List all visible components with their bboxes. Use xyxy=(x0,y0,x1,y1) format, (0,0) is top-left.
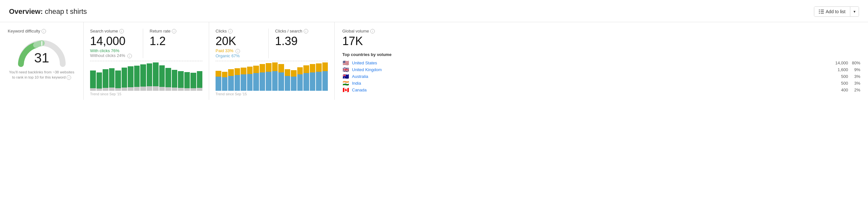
add-to-list-main[interactable]: Add to list xyxy=(814,7,850,17)
clicks-bar-chart: Trend since Sep '15 xyxy=(216,61,328,96)
country-name[interactable]: Canada xyxy=(352,88,831,92)
gv-label: Global volume i xyxy=(342,29,860,33)
clicks-bar-blue xyxy=(297,75,303,90)
clicks-bar-blue xyxy=(216,77,221,91)
sv-bar-group xyxy=(122,67,127,90)
clicks-trend-label: Trend since Sep '15 xyxy=(216,92,328,96)
sv-bar-gray xyxy=(115,88,121,91)
sv-bar-gray xyxy=(197,88,203,91)
sv-bar-green xyxy=(103,69,108,88)
sv-bar-group xyxy=(147,63,153,91)
sv-bar-gray xyxy=(147,86,153,91)
clicks-bar-blue xyxy=(303,73,309,90)
clicks-bar-yellow xyxy=(316,63,322,72)
country-name[interactable]: India xyxy=(352,81,831,86)
header: Overview: cheap t shirts Add to list ▾ xyxy=(0,0,868,22)
country-name[interactable]: United States xyxy=(352,60,831,65)
clicks-bar-yellow xyxy=(247,67,253,74)
clicks-bar-yellow xyxy=(253,66,259,73)
country-pct: 3% xyxy=(850,81,860,86)
sv-bar-green xyxy=(197,71,203,88)
country-row: 🇨🇦 Canada 400 2% xyxy=(342,87,860,93)
clicks-bar-blue xyxy=(291,77,297,91)
sv-bar-group xyxy=(165,68,171,90)
clicks-bar-yellow xyxy=(222,72,228,77)
sv-label: Search volume i xyxy=(90,29,143,33)
dropdown-arrow[interactable]: ▾ xyxy=(850,7,859,16)
clicks-bar-blue xyxy=(278,72,284,91)
clicks-bar-group xyxy=(216,71,221,91)
cps-info-icon[interactable]: i xyxy=(304,29,308,33)
gv-info-icon[interactable]: i xyxy=(370,29,375,33)
clicks-bar-yellow xyxy=(216,71,221,77)
sv-bar-gray xyxy=(103,88,108,91)
sv-bar-group xyxy=(159,65,165,91)
sv-bar-green xyxy=(96,72,102,88)
sv-bar-gray xyxy=(128,87,133,91)
clicks-metric: Clicks i 20K Paid 33% i Organic 67% xyxy=(216,29,268,58)
clicks-bar-blue xyxy=(247,74,253,91)
sv-bar-green xyxy=(190,73,196,88)
sv-bar-group xyxy=(184,72,190,90)
sv-info-icon[interactable]: i xyxy=(119,29,124,33)
clicks-bar-group xyxy=(310,64,316,90)
sv-bar-green xyxy=(122,67,127,87)
organic-label: Organic 67% xyxy=(216,53,268,58)
country-name[interactable]: Australia xyxy=(352,74,831,79)
page-title: Overview: cheap t shirts xyxy=(9,7,87,16)
clicks-label: Clicks i xyxy=(216,29,268,33)
clicks-bar-blue xyxy=(266,72,272,91)
list-icon xyxy=(819,9,824,14)
clicks-bar-blue xyxy=(322,71,328,90)
sv-bar-gray xyxy=(172,88,178,91)
clicks-bar-yellow xyxy=(291,70,297,77)
kd-info-icon[interactable]: i xyxy=(41,29,46,33)
page: Overview: cheap t shirts Add to list ▾ K… xyxy=(0,0,868,206)
clicks-bar-yellow xyxy=(285,69,290,76)
gauge-chart: 31 xyxy=(16,37,68,66)
add-to-list-button[interactable]: Add to list ▾ xyxy=(814,6,859,17)
clicks-bar-group xyxy=(322,62,328,90)
sv-bar-green xyxy=(153,62,159,86)
country-pct: 80% xyxy=(850,60,860,65)
clicks-bar-group xyxy=(241,67,246,91)
clicks-bar-group xyxy=(285,69,290,91)
sv-bar-chart: Trend since Sep '15 xyxy=(90,61,203,96)
sv-bar-group xyxy=(172,70,178,90)
clicks-bar-yellow xyxy=(241,67,246,75)
clicks-bar-group xyxy=(260,64,266,90)
country-name[interactable]: United Kingdom xyxy=(352,67,831,72)
country-flag: 🇦🇺 xyxy=(342,74,349,79)
clicks-dashed-line xyxy=(216,61,328,61)
clicks-bars xyxy=(216,62,328,91)
clicks-bar-blue xyxy=(253,73,259,90)
cps-label: Clicks / search i xyxy=(275,29,328,33)
sv-bar-gray xyxy=(178,88,184,91)
clicks-bar-yellow xyxy=(272,62,278,71)
clicks-info-icon[interactable]: i xyxy=(228,29,232,33)
wc-info-icon[interactable]: i xyxy=(127,54,132,58)
global-volume-panel: Global volume i 17K Top countries by vol… xyxy=(335,22,868,100)
country-row: 🇺🇸 United States 14,000 80% xyxy=(342,60,860,66)
paid-info-icon[interactable]: i xyxy=(236,49,240,53)
country-volume: 400 xyxy=(834,88,848,92)
clicks-bar-group xyxy=(228,69,234,90)
sv-bar-green xyxy=(140,64,146,87)
gv-value: 17K xyxy=(342,35,860,48)
add-to-list-label: Add to list xyxy=(826,9,845,14)
clicks-bar-blue xyxy=(260,72,266,91)
rr-label: Return rate i xyxy=(150,29,203,33)
country-volume: 1,600 xyxy=(834,67,848,72)
country-flag: 🇬🇧 xyxy=(342,67,349,72)
sv-bar-gray xyxy=(134,87,140,91)
sv-bar-gray xyxy=(122,88,127,91)
sv-bar-green xyxy=(134,66,140,87)
clicks-sub: Paid 33% i Organic 67% xyxy=(216,48,268,58)
rr-info-icon[interactable]: i xyxy=(172,29,176,33)
sv-bar-group xyxy=(178,71,184,90)
svg-rect-4 xyxy=(819,13,820,13)
clicks-bar-yellow xyxy=(322,62,328,71)
clicks-bar-yellow xyxy=(228,69,234,76)
kd-note-info-icon[interactable]: i xyxy=(67,75,71,80)
sv-bar-green xyxy=(172,70,178,87)
